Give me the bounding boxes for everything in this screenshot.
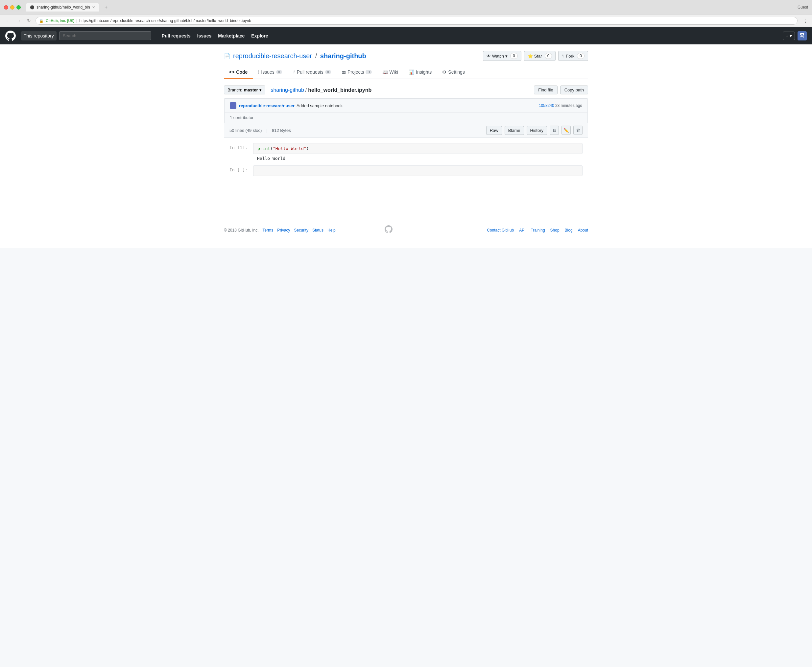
find-file-button[interactable]: Find file bbox=[534, 86, 558, 95]
footer-link-about[interactable]: About bbox=[578, 228, 588, 232]
cell2-label: In [ ]: bbox=[229, 166, 249, 176]
file-content-wrapper: reproducible-research-user Added sample … bbox=[224, 98, 588, 184]
commit-sha-link[interactable]: 1058240 bbox=[539, 103, 554, 108]
footer-link-terms[interactable]: Terms bbox=[263, 228, 273, 232]
repo-icon: 📄 bbox=[224, 53, 230, 59]
fork-button[interactable]: ⑂ Fork 0 bbox=[558, 51, 588, 61]
nav-issues[interactable]: Issues bbox=[197, 33, 212, 38]
code-icon: <> bbox=[229, 70, 234, 75]
new-item-button[interactable]: + ▾ bbox=[783, 32, 795, 40]
watch-icon: 👁 bbox=[487, 54, 491, 58]
footer-link-api[interactable]: API bbox=[519, 228, 525, 232]
tab-favicon: ⚫ bbox=[30, 5, 35, 10]
cell1-content: print("Hello World") Hello World bbox=[253, 143, 583, 163]
blame-button[interactable]: Blame bbox=[505, 126, 524, 135]
tab-wiki[interactable]: 📖 Wiki bbox=[377, 66, 403, 79]
display-button[interactable]: 🖥 bbox=[550, 126, 559, 135]
edit-button[interactable]: ✏️ bbox=[562, 126, 571, 135]
footer-link-blog[interactable]: Blog bbox=[565, 228, 573, 232]
footer-link-privacy[interactable]: Privacy bbox=[277, 228, 290, 232]
watch-button[interactable]: 👁 Watch ▾ 0 bbox=[483, 51, 521, 61]
fork-count: 0 bbox=[577, 53, 585, 59]
sloc-count: (49 sloc) bbox=[245, 128, 262, 133]
repo-name-link[interactable]: sharing-github bbox=[320, 52, 366, 60]
history-button[interactable]: History bbox=[527, 126, 547, 135]
github-header: This repository Pull requests Issues Mar… bbox=[0, 27, 812, 45]
tab-close-icon[interactable]: ✕ bbox=[92, 5, 95, 10]
settings-icon: ⚙ bbox=[442, 70, 446, 75]
nav-marketplace[interactable]: Marketplace bbox=[218, 33, 245, 38]
cell2-code bbox=[253, 166, 583, 176]
code-fn-name: print bbox=[257, 146, 270, 151]
browser-tab[interactable]: ⚫ sharing-github/hello_world_bin ✕ bbox=[26, 3, 99, 12]
footer-copyright: © 2018 GitHub, Inc. bbox=[224, 228, 259, 232]
back-button[interactable]: ← bbox=[4, 17, 12, 25]
copy-path-button[interactable]: Copy path bbox=[560, 86, 588, 95]
guest-label: Guest bbox=[797, 5, 808, 10]
footer-link-contact[interactable]: Contact GitHub bbox=[487, 228, 514, 232]
raw-button[interactable]: Raw bbox=[486, 126, 502, 135]
file-nav: Branch: master ▾ sharing-github / hello_… bbox=[224, 86, 588, 95]
nav-explore[interactable]: Explore bbox=[251, 33, 268, 38]
footer-inner: © 2018 GitHub, Inc. Terms Privacy Securi… bbox=[219, 225, 593, 235]
repo-tabs: <> Code ! Issues 0 ⑂ Pull requests 0 ▦ P… bbox=[224, 66, 588, 79]
star-label: Star bbox=[534, 54, 542, 58]
tab-pull-requests[interactable]: ⑂ Pull requests 0 bbox=[287, 66, 336, 79]
info-separator: | bbox=[266, 128, 267, 133]
footer-link-shop[interactable]: Shop bbox=[550, 228, 560, 232]
file-nav-actions: Find file Copy path bbox=[534, 86, 588, 95]
projects-badge: 0 bbox=[366, 70, 371, 74]
forward-button[interactable]: → bbox=[15, 17, 22, 25]
more-options-button[interactable]: ⋮ bbox=[803, 18, 808, 24]
code-open-paren: ( bbox=[270, 146, 273, 151]
user-avatar[interactable] bbox=[797, 31, 807, 40]
branch-selector[interactable]: Branch: master ▾ bbox=[224, 86, 265, 95]
issues-icon: ! bbox=[258, 70, 259, 75]
close-dot[interactable] bbox=[4, 5, 8, 10]
refresh-button[interactable]: ↻ bbox=[25, 17, 33, 25]
tab-settings-label: Settings bbox=[448, 70, 465, 75]
star-button[interactable]: ⭐ Star 0 bbox=[524, 51, 556, 61]
footer-link-security[interactable]: Security bbox=[294, 228, 308, 232]
tab-title: sharing-github/hello_world_bin bbox=[36, 5, 90, 10]
header-actions: + ▾ bbox=[783, 31, 807, 40]
github-logo[interactable] bbox=[5, 31, 16, 41]
footer-link-training[interactable]: Training bbox=[531, 228, 545, 232]
delete-button[interactable]: 🗑 bbox=[573, 126, 583, 135]
issues-badge: 0 bbox=[276, 70, 282, 74]
pr-icon: ⑂ bbox=[293, 70, 295, 75]
tab-insights[interactable]: 📊 Insights bbox=[403, 66, 437, 79]
this-repo-label[interactable]: This repository bbox=[21, 31, 56, 40]
trash-icon: 🗑 bbox=[576, 128, 580, 133]
display-icon: 🖥 bbox=[552, 128, 557, 133]
footer-link-help[interactable]: Help bbox=[327, 228, 336, 232]
maximize-dot[interactable] bbox=[17, 5, 21, 10]
file-content-header: 50 lines (49 sloc) | 812 Bytes Raw Blame… bbox=[224, 123, 588, 138]
footer-logo bbox=[384, 225, 393, 235]
browser-titlebar: ⚫ sharing-github/hello_world_bin ✕ + Gue… bbox=[0, 0, 812, 15]
tab-issues-label: Issues bbox=[261, 70, 274, 75]
company-separator: | bbox=[76, 19, 77, 23]
nav-pull-requests[interactable]: Pull requests bbox=[162, 33, 191, 38]
notebook-content: In [1]: print("Hello World") Hello World… bbox=[224, 138, 588, 184]
watch-label: Watch bbox=[492, 54, 504, 58]
pr-badge: 0 bbox=[325, 70, 331, 74]
tab-projects[interactable]: ▦ Projects 0 bbox=[336, 66, 377, 79]
new-tab-button[interactable]: + bbox=[101, 3, 111, 12]
file-author-link[interactable]: reproducible-research-user bbox=[239, 103, 295, 108]
tab-settings[interactable]: ⚙ Settings bbox=[437, 66, 470, 79]
address-bar[interactable]: 🔒 GitHub, Inc. [US] | https://github.com… bbox=[35, 17, 797, 25]
minimize-dot[interactable] bbox=[10, 5, 15, 10]
cell1-label: In [1]: bbox=[229, 143, 249, 163]
contributors-text: 1 contributor bbox=[230, 115, 254, 120]
lines-count: 50 lines bbox=[229, 128, 244, 133]
tab-issues[interactable]: ! Issues 0 bbox=[253, 66, 287, 79]
file-path-repo-link[interactable]: sharing-github bbox=[270, 87, 304, 93]
pencil-icon: ✏️ bbox=[563, 128, 569, 133]
url-text: https://github.com/reproducible-research… bbox=[79, 18, 251, 23]
repo-owner-link[interactable]: reproducible-research-user bbox=[233, 52, 312, 60]
tab-code-label: Code bbox=[236, 70, 247, 75]
search-input[interactable] bbox=[59, 31, 151, 40]
footer-link-status[interactable]: Status bbox=[312, 228, 323, 232]
tab-code[interactable]: <> Code bbox=[224, 66, 253, 79]
